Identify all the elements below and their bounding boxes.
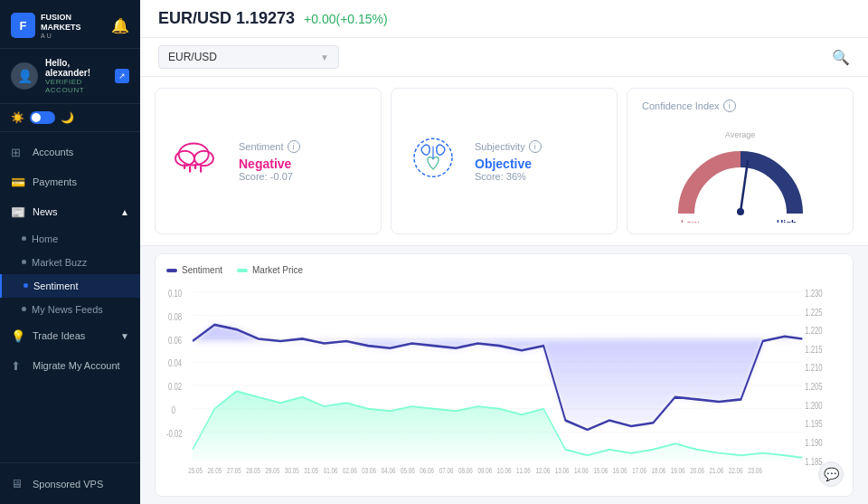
gauge-average-label: Average xyxy=(725,130,755,139)
subjectivity-card: Subjectivity i Objective Score: 36% xyxy=(391,88,618,234)
svg-text:0.02: 0.02 xyxy=(168,382,182,392)
svg-text:01.06: 01.06 xyxy=(324,466,338,475)
svg-text:1.225: 1.225 xyxy=(805,308,822,318)
payment-icon: 💳 xyxy=(11,176,25,189)
sentiment-card: Sentiment i Negative Score: -0.07 xyxy=(155,88,382,234)
vps-icon: 🖥 xyxy=(11,477,25,490)
chart-svg: 0.10 0.08 0.06 0.04 0.02 0 -0.02 1.230 1… xyxy=(166,281,842,479)
svg-text:12.06: 12.06 xyxy=(535,466,550,475)
toggle-thumb xyxy=(32,113,41,122)
sidebar-item-accounts[interactable]: ⊞ Accounts xyxy=(0,138,140,167)
sidebar-item-trade-ideas-label: Trade Ideas xyxy=(33,330,85,341)
svg-text:0.04: 0.04 xyxy=(168,358,182,368)
svg-text:1.185: 1.185 xyxy=(805,457,822,467)
sidebar-item-home[interactable]: Home xyxy=(0,227,140,251)
svg-text:08.06: 08.06 xyxy=(458,466,473,475)
confidence-info-icon[interactable]: i xyxy=(723,100,736,112)
svg-text:0.08: 0.08 xyxy=(168,312,182,322)
sidebar-item-news-label: News xyxy=(33,206,58,217)
svg-rect-6 xyxy=(200,166,202,173)
sidebar-item-home-label: Home xyxy=(32,233,58,244)
nav-section: ⊞ Accounts 💳 Payments 📰 News ▲ Home Mark… xyxy=(0,132,140,462)
chevron-up-icon: ▲ xyxy=(120,207,129,217)
sentiment-info-icon[interactable]: i xyxy=(288,140,300,153)
svg-text:14.06: 14.06 xyxy=(574,466,589,475)
svg-text:1.205: 1.205 xyxy=(805,382,822,392)
svg-text:11.06: 11.06 xyxy=(516,466,531,475)
gauge-container: Average Low High xyxy=(642,130,838,223)
svg-text:06.06: 06.06 xyxy=(420,466,434,475)
theme-toggle-switch[interactable] xyxy=(30,111,55,124)
dropdown-icon: ▼ xyxy=(320,52,329,62)
svg-point-10 xyxy=(737,208,744,215)
brain-heart-icon xyxy=(406,134,460,188)
svg-text:1.195: 1.195 xyxy=(805,419,822,429)
subjectivity-label: Subjectivity i xyxy=(475,140,542,153)
confidence-label: Confidence Index i xyxy=(642,100,736,112)
gauge-svg: Low High xyxy=(668,141,813,223)
subjectivity-value: Objective xyxy=(475,157,542,171)
pair-change: +0.00(+0.15%) xyxy=(304,12,388,26)
logo-icon: F xyxy=(11,13,35,38)
sun-icon: ☀️ xyxy=(11,111,24,124)
svg-text:26.05: 26.05 xyxy=(208,466,222,475)
svg-text:05.06: 05.06 xyxy=(401,466,415,475)
svg-text:-0.02: -0.02 xyxy=(166,429,183,439)
svg-rect-3 xyxy=(184,164,185,169)
svg-text:21.06: 21.06 xyxy=(710,466,724,475)
svg-text:17.06: 17.06 xyxy=(632,466,646,475)
sub-dot xyxy=(22,236,26,241)
chart-container: Sentiment Market Price xyxy=(155,253,854,497)
sentiment-cloud-icon xyxy=(170,134,224,188)
sidebar: F FUSION MARKETS AU 🔔 👤 Hello, alexander… xyxy=(0,0,140,504)
svg-text:25.05: 25.05 xyxy=(188,466,203,475)
moon-icon: 🌙 xyxy=(61,111,74,124)
svg-text:10.06: 10.06 xyxy=(497,466,512,475)
sidebar-bottom: 🖥 Sponsored VPS xyxy=(0,462,140,504)
svg-rect-4 xyxy=(189,166,191,173)
user-info: Hello, alexander! VERIFIED ACCOUNT xyxy=(45,58,108,94)
svg-text:High: High xyxy=(777,219,797,223)
sub-dot xyxy=(22,260,26,264)
sidebar-item-vps[interactable]: 🖥 Sponsored VPS xyxy=(0,469,140,499)
pair-name: EUR/USD xyxy=(158,9,231,27)
grid-icon: ⊞ xyxy=(11,146,25,159)
sidebar-item-news-feeds-label: My News Feeds xyxy=(32,304,103,315)
sidebar-item-migrate[interactable]: ⬆ Migrate My Account xyxy=(0,351,140,381)
sidebar-item-news-feeds[interactable]: My News Feeds xyxy=(0,298,140,321)
pair-price: 1.19273 xyxy=(236,9,295,27)
news-icon: 📰 xyxy=(11,205,25,219)
svg-text:04.06: 04.06 xyxy=(382,466,396,475)
search-input-area: EUR/USD ▼ xyxy=(158,45,339,69)
support-chat-icon[interactable]: 💬 xyxy=(818,461,844,487)
sentiment-info: Sentiment i Negative Score: -0.07 xyxy=(239,140,300,182)
svg-text:20.06: 20.06 xyxy=(690,466,704,475)
sidebar-item-trade-ideas[interactable]: 💡 Trade Ideas ▼ xyxy=(0,321,140,351)
svg-text:1.210: 1.210 xyxy=(805,363,822,373)
svg-point-2 xyxy=(194,151,213,166)
legend-dot-market xyxy=(237,269,248,272)
svg-text:1.215: 1.215 xyxy=(805,345,822,355)
subjectivity-info-icon[interactable]: i xyxy=(529,140,542,153)
notification-bell-icon[interactable]: 🔔 xyxy=(111,17,129,34)
svg-text:0: 0 xyxy=(172,405,175,415)
sidebar-item-market-buzz[interactable]: Market Buzz xyxy=(0,251,140,274)
svg-text:23.06: 23.06 xyxy=(748,466,762,475)
sidebar-item-market-buzz-label: Market Buzz xyxy=(32,257,87,268)
sentiment-score: Score: -0.07 xyxy=(239,171,300,182)
svg-line-9 xyxy=(741,161,748,212)
sidebar-item-sentiment[interactable]: Sentiment xyxy=(0,274,140,298)
svg-text:22.06: 22.06 xyxy=(729,466,743,475)
app-sub: AU xyxy=(41,33,111,39)
sidebar-item-payments-label: Payments xyxy=(33,176,77,187)
svg-text:31.05: 31.05 xyxy=(304,466,318,475)
sidebar-item-news[interactable]: 📰 News ▲ xyxy=(0,197,140,227)
svg-text:15.06: 15.06 xyxy=(593,466,608,475)
svg-text:1.200: 1.200 xyxy=(805,401,822,411)
legend-dot-sentiment xyxy=(166,269,177,272)
sidebar-item-payments[interactable]: 💳 Payments xyxy=(0,167,140,197)
search-button[interactable]: 🔍 xyxy=(832,49,850,66)
sub-dot xyxy=(22,307,26,311)
pair-label: EUR/USD 1.19273 xyxy=(158,9,295,28)
search-bar: EUR/USD ▼ 🔍 xyxy=(140,38,868,77)
